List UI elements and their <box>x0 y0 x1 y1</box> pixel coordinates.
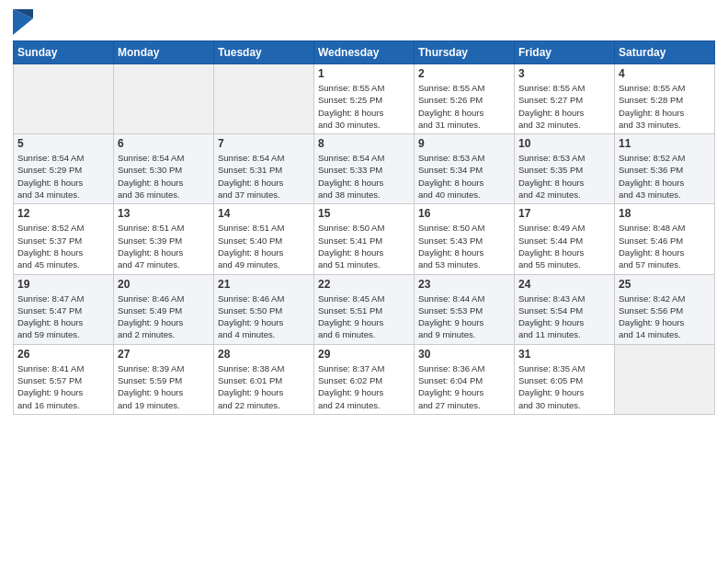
calendar-cell: 30Sunrise: 8:36 AMSunset: 6:04 PMDayligh… <box>415 344 515 414</box>
calendar-week-5: 26Sunrise: 8:41 AMSunset: 5:57 PMDayligh… <box>14 344 715 414</box>
weekday-header-thursday: Thursday <box>415 41 515 64</box>
calendar-cell: 25Sunrise: 8:42 AMSunset: 5:56 PMDayligh… <box>615 274 715 344</box>
calendar-cell: 7Sunrise: 8:54 AMSunset: 5:31 PMDaylight… <box>214 134 314 204</box>
weekday-header-sunday: Sunday <box>14 41 114 64</box>
calendar-cell <box>114 64 214 134</box>
day-info: Sunrise: 8:46 AMSunset: 5:50 PMDaylight:… <box>218 293 310 341</box>
day-info: Sunrise: 8:53 AMSunset: 5:34 PMDaylight:… <box>418 152 510 201</box>
day-info: Sunrise: 8:48 AMSunset: 5:46 PMDaylight:… <box>619 222 711 270</box>
day-number: 10 <box>518 137 610 150</box>
day-number: 18 <box>619 207 711 220</box>
calendar-cell: 1Sunrise: 8:55 AMSunset: 5:25 PMDaylight… <box>314 64 415 134</box>
day-number: 9 <box>418 137 510 150</box>
day-info: Sunrise: 8:41 AMSunset: 5:57 PMDaylight:… <box>17 362 109 411</box>
calendar-cell: 23Sunrise: 8:44 AMSunset: 5:53 PMDayligh… <box>415 274 515 344</box>
day-info: Sunrise: 8:53 AMSunset: 5:35 PMDaylight:… <box>518 152 610 201</box>
day-info: Sunrise: 8:42 AMSunset: 5:56 PMDaylight:… <box>619 293 711 341</box>
calendar-cell: 9Sunrise: 8:53 AMSunset: 5:34 PMDaylight… <box>415 134 515 204</box>
weekday-header-tuesday: Tuesday <box>214 41 314 64</box>
calendar-cell: 16Sunrise: 8:50 AMSunset: 5:43 PMDayligh… <box>415 204 515 274</box>
day-number: 5 <box>17 137 109 150</box>
weekday-header-friday: Friday <box>515 41 615 64</box>
day-info: Sunrise: 8:55 AMSunset: 5:27 PMDaylight:… <box>518 82 610 131</box>
calendar-week-1: 1Sunrise: 8:55 AMSunset: 5:25 PMDaylight… <box>14 64 715 134</box>
calendar-cell: 17Sunrise: 8:49 AMSunset: 5:44 PMDayligh… <box>515 204 615 274</box>
day-number: 14 <box>218 207 310 220</box>
day-number: 15 <box>318 207 410 220</box>
calendar-cell: 20Sunrise: 8:46 AMSunset: 5:49 PMDayligh… <box>114 274 214 344</box>
calendar-week-4: 19Sunrise: 8:47 AMSunset: 5:47 PMDayligh… <box>14 274 715 344</box>
calendar-cell: 12Sunrise: 8:52 AMSunset: 5:37 PMDayligh… <box>14 204 114 274</box>
day-number: 29 <box>318 348 410 361</box>
day-number: 27 <box>118 348 210 361</box>
day-info: Sunrise: 8:54 AMSunset: 5:33 PMDaylight:… <box>318 152 410 201</box>
day-info: Sunrise: 8:55 AMSunset: 5:25 PMDaylight:… <box>318 82 410 131</box>
day-info: Sunrise: 8:36 AMSunset: 6:04 PMDaylight:… <box>418 362 510 411</box>
day-number: 22 <box>318 278 410 291</box>
day-number: 19 <box>17 278 109 291</box>
calendar-cell: 27Sunrise: 8:39 AMSunset: 5:59 PMDayligh… <box>114 344 214 414</box>
calendar-table: SundayMondayTuesdayWednesdayThursdayFrid… <box>13 40 715 415</box>
calendar-cell: 2Sunrise: 8:55 AMSunset: 5:26 PMDaylight… <box>415 64 515 134</box>
day-number: 26 <box>17 348 109 361</box>
header <box>13 9 715 35</box>
day-number: 30 <box>418 348 510 361</box>
day-number: 2 <box>418 67 510 80</box>
day-number: 7 <box>218 137 310 150</box>
day-info: Sunrise: 8:52 AMSunset: 5:36 PMDaylight:… <box>619 152 711 201</box>
day-number: 4 <box>619 67 711 80</box>
day-number: 24 <box>518 278 610 291</box>
day-number: 21 <box>218 278 310 291</box>
day-number: 8 <box>318 137 410 150</box>
day-info: Sunrise: 8:51 AMSunset: 5:40 PMDaylight:… <box>218 222 310 270</box>
calendar-cell: 4Sunrise: 8:55 AMSunset: 5:28 PMDaylight… <box>615 64 715 134</box>
day-info: Sunrise: 8:50 AMSunset: 5:43 PMDaylight:… <box>418 222 510 270</box>
day-number: 16 <box>418 207 510 220</box>
calendar-cell: 18Sunrise: 8:48 AMSunset: 5:46 PMDayligh… <box>615 204 715 274</box>
day-info: Sunrise: 8:37 AMSunset: 6:02 PMDaylight:… <box>318 362 410 411</box>
day-number: 12 <box>17 207 109 220</box>
day-info: Sunrise: 8:52 AMSunset: 5:37 PMDaylight:… <box>17 222 109 270</box>
calendar-cell: 21Sunrise: 8:46 AMSunset: 5:50 PMDayligh… <box>214 274 314 344</box>
weekday-header-saturday: Saturday <box>615 41 715 64</box>
day-number: 23 <box>418 278 510 291</box>
day-number: 28 <box>218 348 310 361</box>
weekday-header-row: SundayMondayTuesdayWednesdayThursdayFrid… <box>14 41 715 64</box>
logo <box>13 9 35 35</box>
day-number: 1 <box>318 67 410 80</box>
calendar-cell: 19Sunrise: 8:47 AMSunset: 5:47 PMDayligh… <box>14 274 114 344</box>
day-number: 17 <box>518 207 610 220</box>
calendar-cell: 6Sunrise: 8:54 AMSunset: 5:30 PMDaylight… <box>114 134 214 204</box>
calendar-cell: 28Sunrise: 8:38 AMSunset: 6:01 PMDayligh… <box>214 344 314 414</box>
calendar-cell: 14Sunrise: 8:51 AMSunset: 5:40 PMDayligh… <box>214 204 314 274</box>
day-info: Sunrise: 8:54 AMSunset: 5:29 PMDaylight:… <box>17 152 109 201</box>
calendar-cell: 26Sunrise: 8:41 AMSunset: 5:57 PMDayligh… <box>14 344 114 414</box>
day-info: Sunrise: 8:39 AMSunset: 5:59 PMDaylight:… <box>118 362 210 411</box>
day-info: Sunrise: 8:54 AMSunset: 5:31 PMDaylight:… <box>218 152 310 201</box>
calendar-cell <box>214 64 314 134</box>
day-info: Sunrise: 8:44 AMSunset: 5:53 PMDaylight:… <box>418 293 510 341</box>
day-info: Sunrise: 8:54 AMSunset: 5:30 PMDaylight:… <box>118 152 210 201</box>
day-number: 25 <box>619 278 711 291</box>
day-info: Sunrise: 8:51 AMSunset: 5:39 PMDaylight:… <box>118 222 210 270</box>
calendar-cell: 11Sunrise: 8:52 AMSunset: 5:36 PMDayligh… <box>615 134 715 204</box>
day-info: Sunrise: 8:49 AMSunset: 5:44 PMDaylight:… <box>518 222 610 270</box>
day-info: Sunrise: 8:55 AMSunset: 5:26 PMDaylight:… <box>418 82 510 131</box>
day-info: Sunrise: 8:43 AMSunset: 5:54 PMDaylight:… <box>518 293 610 341</box>
day-number: 11 <box>619 137 711 150</box>
day-info: Sunrise: 8:38 AMSunset: 6:01 PMDaylight:… <box>218 362 310 411</box>
calendar-cell: 5Sunrise: 8:54 AMSunset: 5:29 PMDaylight… <box>14 134 114 204</box>
day-number: 6 <box>118 137 210 150</box>
calendar-cell: 8Sunrise: 8:54 AMSunset: 5:33 PMDaylight… <box>314 134 415 204</box>
weekday-header-wednesday: Wednesday <box>314 41 415 64</box>
calendar-cell: 13Sunrise: 8:51 AMSunset: 5:39 PMDayligh… <box>114 204 214 274</box>
day-info: Sunrise: 8:45 AMSunset: 5:51 PMDaylight:… <box>318 293 410 341</box>
day-info: Sunrise: 8:50 AMSunset: 5:41 PMDaylight:… <box>318 222 410 270</box>
calendar-week-3: 12Sunrise: 8:52 AMSunset: 5:37 PMDayligh… <box>14 204 715 274</box>
calendar-week-2: 5Sunrise: 8:54 AMSunset: 5:29 PMDaylight… <box>14 134 715 204</box>
page: SundayMondayTuesdayWednesdayThursdayFrid… <box>0 0 728 563</box>
weekday-header-monday: Monday <box>114 41 214 64</box>
day-info: Sunrise: 8:35 AMSunset: 6:05 PMDaylight:… <box>518 362 610 411</box>
calendar-cell: 3Sunrise: 8:55 AMSunset: 5:27 PMDaylight… <box>515 64 615 134</box>
calendar-cell: 10Sunrise: 8:53 AMSunset: 5:35 PMDayligh… <box>515 134 615 204</box>
